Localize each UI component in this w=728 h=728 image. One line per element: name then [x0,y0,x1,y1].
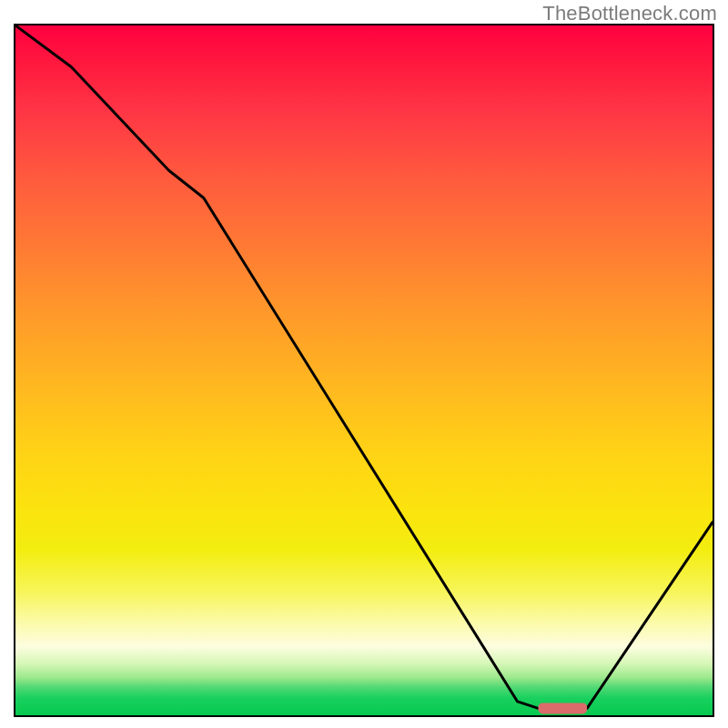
watermark-text: TheBottleneck.com [542,2,717,25]
bottleneck-curve [15,25,713,708]
chart-svg [15,25,713,715]
plot-frame [14,24,714,717]
chart-container: TheBottleneck.com [0,0,728,728]
optimal-marker [539,703,588,713]
